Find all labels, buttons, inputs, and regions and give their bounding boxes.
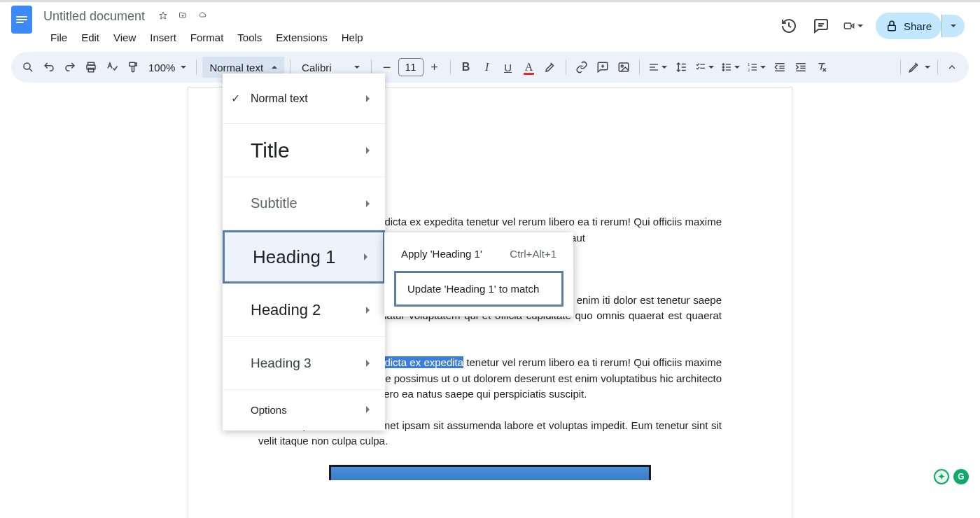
increase-font-size[interactable]: + xyxy=(425,57,444,78)
svg-rect-11 xyxy=(130,62,135,66)
chevron-right-icon xyxy=(366,200,370,207)
toolbar-divider xyxy=(196,59,197,75)
toolbar-divider xyxy=(371,59,372,75)
svg-point-6 xyxy=(24,63,30,69)
search-icon[interactable] xyxy=(18,57,38,78)
undo-icon[interactable] xyxy=(39,57,59,78)
font-size-input[interactable]: 11 xyxy=(398,58,424,76)
menu-format[interactable]: Format xyxy=(183,27,231,48)
editing-mode-button[interactable] xyxy=(905,57,933,78)
increase-indent-button[interactable] xyxy=(791,57,811,78)
move-icon[interactable] xyxy=(174,9,187,22)
chevron-right-icon xyxy=(366,95,370,102)
svg-rect-5 xyxy=(888,25,896,31)
chevron-down-icon xyxy=(951,24,956,27)
bold-button[interactable]: B xyxy=(456,57,476,78)
chevron-up-icon xyxy=(272,66,277,69)
toolbar-divider xyxy=(450,59,451,75)
svg-text:2: 2 xyxy=(748,68,750,72)
history-icon[interactable] xyxy=(779,16,799,36)
share-label: Share xyxy=(904,20,932,32)
style-option-normal-text[interactable]: ✓Normal text xyxy=(223,74,385,124)
menu-edit[interactable]: Edit xyxy=(74,27,106,48)
chevron-right-icon xyxy=(366,147,370,154)
underline-button[interactable]: U xyxy=(498,57,518,78)
menu-file[interactable]: File xyxy=(43,27,74,48)
insert-link-icon[interactable] xyxy=(572,57,592,78)
share-caret[interactable] xyxy=(941,15,965,37)
highlight-color-button[interactable] xyxy=(540,57,560,78)
paragraph-styles-dropdown: ✓Normal textTitleSubtitleHeading 1Headin… xyxy=(223,74,385,430)
decrease-indent-button[interactable] xyxy=(770,57,790,78)
toolbar-divider xyxy=(639,59,640,75)
apply-heading1-item[interactable]: Apply 'Heading 1' Ctrl+Alt+1 xyxy=(384,241,573,267)
menu-help[interactable]: Help xyxy=(335,27,370,48)
suggestion-badge-icon[interactable]: ✦ xyxy=(934,469,949,484)
spellcheck-icon[interactable] xyxy=(102,57,122,78)
star-icon[interactable] xyxy=(155,9,167,22)
header-right-tools: Share xyxy=(779,13,973,39)
update-heading1-item[interactable]: Update 'Heading 1' to match xyxy=(394,271,564,307)
svg-point-26 xyxy=(722,66,724,68)
grammarly-icon[interactable]: G xyxy=(953,469,969,484)
clear-formatting-button[interactable] xyxy=(812,57,832,78)
svg-rect-14 xyxy=(619,63,629,71)
document-title[interactable]: Untitled document xyxy=(43,9,145,24)
svg-rect-3 xyxy=(844,23,850,29)
style-option-options[interactable]: Options xyxy=(223,390,385,429)
style-option-heading-3[interactable]: Heading 3 xyxy=(223,337,385,390)
submenu-label: Update 'Heading 1' to match xyxy=(407,283,539,295)
menu-extensions[interactable]: Extensions xyxy=(269,27,334,48)
svg-line-7 xyxy=(29,69,32,71)
share-button[interactable]: Share xyxy=(876,13,941,39)
chevron-right-icon xyxy=(366,360,370,367)
style-option-heading-2[interactable]: Heading 2 xyxy=(223,284,385,337)
numbered-list-button[interactable]: 12 xyxy=(744,57,769,78)
heading1-submenu: Apply 'Heading 1' Ctrl+Alt+1 Update 'Hea… xyxy=(384,232,573,316)
style-label: Title xyxy=(251,139,290,162)
comments-icon[interactable] xyxy=(811,16,831,36)
grammarly-badges: ✦ G xyxy=(934,469,969,484)
insert-image-icon[interactable] xyxy=(614,57,634,78)
collapse-toolbar-icon[interactable] xyxy=(942,57,962,78)
menu-insert[interactable]: Insert xyxy=(143,27,183,48)
title-actions xyxy=(150,9,206,24)
zoom-selector[interactable]: 100% xyxy=(144,57,190,78)
text-color-button[interactable]: A xyxy=(519,57,539,78)
zoom-value: 100% xyxy=(148,62,175,74)
italic-button[interactable]: I xyxy=(477,57,497,78)
line-spacing-button[interactable] xyxy=(671,57,691,78)
docs-logo-icon[interactable] xyxy=(11,6,32,34)
cloud-status-icon[interactable] xyxy=(194,9,206,22)
style-label: Options xyxy=(251,404,287,416)
style-label: Heading 2 xyxy=(251,301,321,319)
toolbar-divider xyxy=(937,59,938,75)
style-option-heading-1[interactable]: Heading 1 xyxy=(223,230,385,284)
menu-tools[interactable]: Tools xyxy=(230,27,269,48)
style-label: Subtitle xyxy=(251,195,298,211)
align-button[interactable] xyxy=(645,57,670,78)
chevron-right-icon xyxy=(366,307,370,314)
paragraph-style-value: Normal text xyxy=(209,62,263,74)
bulleted-list-button[interactable] xyxy=(718,57,743,78)
toolbar-divider xyxy=(566,59,566,75)
svg-marker-0 xyxy=(160,12,167,19)
print-icon[interactable] xyxy=(81,57,101,78)
chevron-right-icon xyxy=(364,253,368,260)
add-comment-icon[interactable] xyxy=(593,57,612,78)
svg-point-27 xyxy=(722,69,724,71)
checklist-button[interactable] xyxy=(692,57,717,78)
inline-image[interactable] xyxy=(329,465,651,480)
style-label: Heading 1 xyxy=(253,246,336,268)
svg-point-15 xyxy=(621,65,623,67)
paint-format-icon[interactable] xyxy=(123,57,143,78)
style-option-title[interactable]: Title xyxy=(223,124,385,177)
toolbar-divider xyxy=(290,59,290,75)
redo-icon[interactable] xyxy=(60,57,80,78)
meet-icon[interactable] xyxy=(844,16,863,36)
submenu-label: Apply 'Heading 1' xyxy=(401,248,482,260)
main-toolbar: 100% Normal text Calibri − 11 + B I U A … xyxy=(11,52,969,83)
menu-view[interactable]: View xyxy=(106,27,143,48)
chevron-down-icon xyxy=(181,66,186,69)
style-option-subtitle[interactable]: Subtitle xyxy=(223,177,385,230)
